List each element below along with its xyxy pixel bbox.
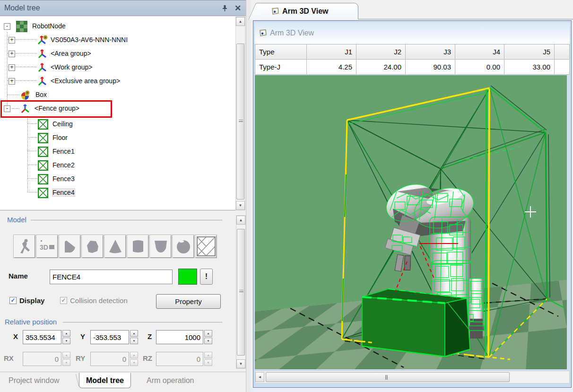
x-input[interactable]: [23, 330, 61, 344]
3d-import-button[interactable]: 3D: [36, 235, 58, 258]
ry-input: [90, 352, 129, 366]
polyhedron-model-button[interactable]: [81, 235, 104, 258]
display-checkbox[interactable]: ✓: [9, 297, 17, 304]
tree-row[interactable]: Fence2: [0, 159, 235, 172]
cell-j5: 33.00: [504, 60, 555, 75]
sphere-model-button[interactable]: [172, 235, 194, 258]
tab-model-tree[interactable]: Model tree: [79, 373, 131, 388]
pin-icon[interactable]: [219, 3, 230, 13]
scroll-down-button[interactable]: ▼: [236, 359, 245, 368]
robot-model-button[interactable]: [13, 235, 35, 258]
tree-row[interactable]: Ceiling: [0, 118, 235, 131]
relative-position-title: Relative position: [5, 318, 57, 326]
cell-j4: 0.00: [455, 60, 504, 75]
tree-item-label-selected[interactable]: Fence4: [52, 189, 75, 196]
tree-item-label[interactable]: <Work group>: [51, 63, 92, 71]
rz-input: [156, 352, 203, 366]
tree-item-label[interactable]: Fence1: [52, 148, 75, 155]
y-spinner[interactable]: ▲▼: [130, 330, 138, 344]
tree-item-label[interactable]: Floor: [52, 134, 68, 141]
box-object-icon: [20, 89, 31, 101]
tree-item-label[interactable]: <Area group>: [51, 50, 91, 57]
arm-3d-view-window: Arm 3D View Type J1 J2 J3 J4 J5 Type-J 4…: [253, 20, 572, 388]
tab-project-window[interactable]: Project window: [2, 373, 66, 388]
property-button[interactable]: Property: [156, 294, 221, 309]
tree-row[interactable]: + VS050A3-AV6-NNN-NNNI: [0, 34, 235, 46]
tree-row[interactable]: + <Area group>: [0, 48, 235, 60]
tree-item-label[interactable]: Ceiling: [52, 120, 73, 128]
z-spinner[interactable]: ▲▼: [204, 330, 212, 344]
panel-title-bar: Model tree ✕: [0, 0, 246, 16]
fence-panel-icon: [37, 187, 49, 199]
fence-panel-icon: [37, 132, 49, 144]
tree-item-label[interactable]: Box: [35, 91, 47, 98]
expander-expand-icon[interactable]: +: [9, 51, 15, 57]
col-extra: [555, 44, 570, 60]
table-data-row: Type-J 4.25 24.00 90.03 0.00 33.00: [255, 60, 570, 75]
wedge-model-button[interactable]: [59, 235, 81, 258]
expander-expand-icon[interactable]: +: [9, 37, 15, 44]
tree-row[interactable]: Box: [0, 89, 235, 101]
rx-label: RX: [4, 354, 14, 362]
model-color-swatch[interactable]: [178, 269, 197, 285]
expander-collapse-icon[interactable]: -: [4, 23, 10, 30]
y-input[interactable]: [90, 330, 129, 344]
model-section-scrollbar[interactable]: ▲ ▼: [236, 215, 246, 369]
fence-panel-icon: [37, 119, 49, 130]
name-input[interactable]: [50, 270, 173, 284]
cylinder-model-button[interactable]: [127, 235, 149, 258]
tree-row[interactable]: Fence3: [0, 173, 235, 185]
fence-model-button[interactable]: [195, 235, 217, 258]
scroll-up-button[interactable]: ▲: [236, 17, 245, 26]
tree-item-label[interactable]: Fence3: [52, 175, 75, 183]
arm-3d-view-panel: Arm 3D View Arm 3D View Type J1 J2 J3 J4…: [251, 0, 573, 392]
scrollbar-thumb[interactable]: [266, 372, 510, 382]
axis-triad-icon: [37, 76, 48, 87]
3d-view-icon: [271, 7, 279, 16]
expander-expand-icon[interactable]: +: [9, 78, 15, 85]
pot-model-button[interactable]: [149, 235, 172, 258]
tree-row[interactable]: - RobotNode: [0, 20, 235, 33]
panel-splitter[interactable]: [246, 0, 251, 392]
joint-value-table: Type J1 J2 J3 J4 J5 Type-J 4.25 24.00 90…: [255, 44, 570, 75]
cell-j2: 24.00: [356, 60, 406, 75]
collision-detection-label: Collision detection: [70, 296, 128, 305]
tree-item-label[interactable]: VS050A3-AV6-NNN-NNNI: [51, 36, 128, 44]
viewport-hscrollbar[interactable]: ◄: [255, 371, 570, 383]
tab-arm-3d-view[interactable]: Arm 3D View: [258, 3, 358, 19]
z-input[interactable]: [156, 330, 203, 344]
x-spinner[interactable]: ▲▼: [62, 330, 70, 344]
window-title-bar[interactable]: Arm 3D View: [255, 22, 570, 44]
warning-button[interactable]: !: [200, 269, 213, 285]
col-j5: J5: [504, 44, 555, 60]
axis-triad-icon: [37, 48, 48, 60]
tree-row[interactable]: Floor: [0, 132, 235, 144]
scrollbar-thumb[interactable]: [237, 229, 245, 356]
expander-expand-icon[interactable]: +: [9, 64, 15, 71]
close-icon[interactable]: ✕: [233, 3, 243, 13]
scroll-left-button[interactable]: ◄: [255, 372, 264, 382]
tree-item-label[interactable]: <Exclusive area group>: [51, 77, 120, 85]
cell-type: Type-J: [255, 60, 307, 75]
tree-scrollbar[interactable]: ▲ ▼: [235, 17, 245, 210]
3d-view-icon: [259, 29, 267, 37]
left-bottom-tab-bar: Project window Model tree Arm operation: [0, 372, 246, 392]
tree-item-label[interactable]: Fence2: [52, 161, 75, 169]
tree-row[interactable]: Fence4: [0, 187, 235, 199]
application-window: Model tree ✕: [0, 0, 573, 392]
scrollbar-thumb[interactable]: [236, 44, 244, 200]
tree-row[interactable]: + <Exclusive area group>: [0, 75, 235, 87]
x-label: X: [13, 332, 18, 340]
3d-viewport[interactable]: [255, 75, 567, 369]
scroll-down-button[interactable]: ▼: [236, 201, 245, 210]
tree-row[interactable]: + <Work group>: [0, 61, 235, 74]
cone-model-button[interactable]: [104, 235, 126, 258]
panel-title: Model tree: [4, 4, 40, 12]
model-tree: - RobotNode + VS050A3-AV6-NNN-NNNI + <Ar…: [0, 17, 235, 210]
tab-arm-operation[interactable]: Arm operation: [140, 373, 201, 388]
ry-spinner: ▲▼: [130, 352, 138, 366]
tree-item-label[interactable]: RobotNode: [32, 22, 66, 30]
scroll-up-button[interactable]: ▲: [236, 216, 245, 225]
tab-label: Arm 3D View: [282, 7, 329, 16]
tree-row[interactable]: Fence1: [0, 146, 235, 158]
